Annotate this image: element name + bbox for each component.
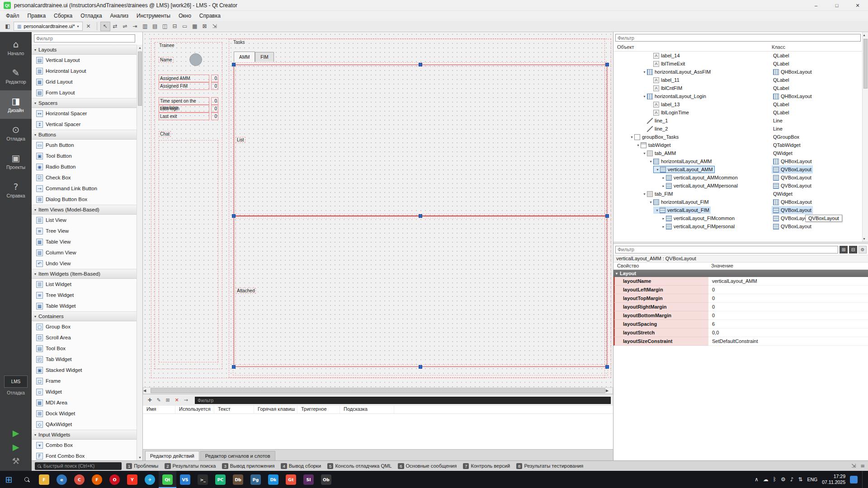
output-pane-1[interactable]: 1Проблемы	[126, 463, 158, 469]
action-column-header[interactable]: Текст	[214, 406, 254, 413]
layout-splitter-horizontal-icon[interactable]: ◫	[160, 22, 170, 31]
widget-item[interactable]: ▤Tool Box	[32, 343, 137, 354]
pycharm-icon[interactable]: PC	[212, 471, 229, 488]
property-settings-icon[interactable]: ⚙	[859, 246, 867, 253]
object-row[interactable]: AlblCntFIMQLabel	[613, 84, 863, 92]
new-action-icon[interactable]: ✚	[145, 396, 154, 404]
edit-action-icon[interactable]: ✎	[154, 396, 163, 404]
collapse-icon[interactable]: ▾	[642, 70, 647, 74]
qtcreator-icon[interactable]: Qt	[159, 471, 176, 488]
edit-buddies-icon[interactable]: ⇌	[120, 22, 130, 31]
tray-settings-icon[interactable]: ⚙	[781, 476, 786, 483]
widget-item[interactable]: ☰List View	[32, 215, 137, 225]
property-value[interactable]: verticalLayout_AMM	[708, 277, 868, 286]
widget-item[interactable]: ▭Push Button	[32, 140, 137, 150]
property-value[interactable]: 0	[708, 294, 868, 303]
selection-handle[interactable]	[232, 365, 236, 369]
object-row[interactable]: ▸verticalLayout_FIMpersonalQVBoxLayout	[613, 222, 863, 230]
widget-item[interactable]: ◰Tab Widget	[32, 354, 137, 365]
widget-item[interactable]: ▥Column View	[32, 247, 137, 258]
form-editor-canvas[interactable]: Trainee Name Chat Assigned AMM0Assigned …	[143, 32, 613, 387]
widget-item[interactable]: ▫Widget	[32, 386, 137, 397]
widget-item[interactable]: ▦Table Widget	[32, 300, 137, 311]
menu-item[interactable]: Файл	[2, 13, 24, 19]
object-row[interactable]: ▾tabWidgetQTabWidget	[613, 141, 863, 149]
menu-item[interactable]: Правка	[24, 13, 50, 19]
field-value[interactable]: 0	[211, 82, 218, 90]
build-button[interactable]: ⚒	[12, 456, 19, 466]
property-row[interactable]: layoutRightMargin0	[613, 303, 868, 311]
collapse-icon[interactable]: ▾	[629, 135, 634, 139]
property-row[interactable]: layoutTopMargin0	[613, 294, 868, 303]
object-tree-scrollbar[interactable]: ▲ ▼	[862, 32, 868, 242]
widget-item[interactable]: ▦Grid Layout	[32, 76, 137, 87]
run-debug-button[interactable]: ▶	[13, 442, 19, 452]
restore-button[interactable]: □	[826, 0, 847, 11]
collapse-icon[interactable]: ▾	[642, 192, 647, 196]
explorer-icon[interactable]: F	[35, 471, 53, 488]
notification-badge[interactable]	[850, 476, 858, 483]
scrollbar-thumb[interactable]	[863, 39, 868, 89]
output-pane-2[interactable]: 2Результаты поиска	[165, 463, 216, 469]
field-value[interactable]: 0	[211, 105, 218, 113]
scroll-up-icon[interactable]: ▲	[137, 45, 143, 51]
field-value[interactable]: 0	[211, 75, 218, 82]
object-row[interactable]: AlblTimeExitQLabel	[613, 60, 863, 68]
property-value[interactable]: SetDefaultConstraint	[708, 337, 868, 346]
dbeaver-icon[interactable]: Db	[229, 471, 247, 488]
scroll-right-icon[interactable]: ▶	[606, 388, 613, 394]
property-value[interactable]: 0	[708, 311, 868, 320]
property-row[interactable]: layoutStretch0,0	[613, 328, 868, 337]
widget-item[interactable]: ≡Tree Widget	[32, 290, 137, 300]
language-indicator[interactable]: ENG	[807, 477, 817, 482]
edit-tab-order-icon[interactable]: ⇥	[130, 22, 140, 31]
document-dropdown-icon[interactable]: ▾	[77, 24, 79, 28]
action-filter-input[interactable]	[195, 397, 611, 404]
field-value[interactable]: 0	[211, 113, 218, 120]
docker-icon[interactable]: Dk	[264, 471, 282, 488]
mode-welcome[interactable]: ⌂Начало	[0, 33, 32, 62]
run-button[interactable]: ▶	[13, 428, 19, 438]
scroll-up-icon[interactable]: ▲	[863, 32, 868, 38]
collapse-icon[interactable]: ▾	[648, 160, 653, 164]
kit-selector[interactable]: LMS	[4, 375, 28, 388]
widget-item[interactable]: ⊞Dock Widget	[32, 408, 137, 419]
object-row[interactable]: Alabel_14QLabel	[613, 52, 863, 60]
widget-item[interactable]: ◻Frame	[32, 375, 137, 386]
widget-item[interactable]: ↶Undo View	[32, 258, 137, 269]
object-row[interactable]: ▾verticalLayout_AMMQVBoxLayout	[613, 165, 863, 174]
avatar-placeholder[interactable]	[189, 53, 202, 66]
name-label[interactable]: Name	[159, 57, 174, 63]
search-button[interactable]	[18, 471, 35, 488]
delete-action-icon[interactable]: ✕	[172, 396, 181, 404]
widget-item[interactable]: ▣Stacked Widget	[32, 365, 137, 375]
field-label[interactable]: Last exit	[159, 113, 209, 120]
collapse-icon[interactable]: ▾	[636, 143, 641, 147]
widget-item[interactable]: ◉Radio Button	[32, 161, 137, 172]
field-label[interactable]: Assigned FIM	[159, 82, 209, 90]
widget-item[interactable]: ▥Horizontal Layout	[32, 66, 137, 76]
taskbar-clock[interactable]: 17:29 07.11.2025	[822, 474, 845, 485]
widget-item[interactable]: →Command Link Button	[32, 183, 137, 194]
chrome-icon[interactable]: C	[71, 471, 88, 488]
expand-icon[interactable]: ▸	[661, 225, 666, 229]
property-row[interactable]: layoutLeftMargin0	[613, 286, 868, 294]
expand-icon[interactable]: ▸	[661, 216, 666, 221]
firefox-icon[interactable]: F	[88, 471, 106, 488]
widget-category[interactable]: ▾Layouts	[32, 45, 137, 55]
edit-signals-slots-icon[interactable]: ⇄	[110, 22, 120, 31]
object-row[interactable]: ▸verticalLayout_AMMpersonalQVBoxLayout	[613, 182, 863, 190]
widget-item[interactable]: FFont Combo Box	[32, 450, 137, 460]
property-value[interactable]: 0	[708, 303, 868, 311]
widget-category[interactable]: ▾Buttons	[32, 130, 137, 140]
widget-item[interactable]: ⊞Dialog Button Box	[32, 194, 137, 205]
mode-design[interactable]: ◨Дизайн	[0, 90, 32, 119]
widget-item[interactable]: ▦MDI Area	[32, 397, 137, 408]
scroll-left-icon[interactable]: ◀	[143, 388, 150, 394]
object-row[interactable]: ▾horizontalLayout_AssFIMQHBoxLayout	[613, 68, 863, 76]
mode-debug[interactable]: ⊙Отладка	[0, 119, 32, 147]
property-value[interactable]: 6	[708, 320, 868, 328]
object-row[interactable]: line_2Line	[613, 125, 863, 133]
scrollbar-thumb[interactable]	[151, 388, 605, 393]
selected-layout-region[interactable]	[234, 216, 607, 367]
